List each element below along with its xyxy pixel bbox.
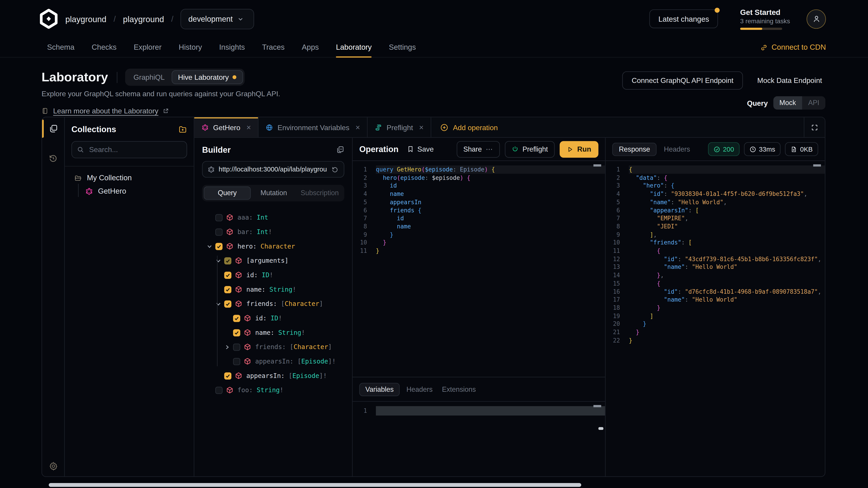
line-number: 3 [606,182,620,190]
play-icon [567,146,573,152]
fullscreen-button[interactable] [804,117,825,137]
field-checkbox[interactable] [215,242,223,250]
collections-search[interactable] [71,141,187,158]
operation-panel: Operation Save Share ⋯ [352,138,606,477]
response-editor[interactable]: 1{ 2 "data": { 3 "hero": { 4 "id": "9303… [606,161,825,477]
sub-tab-headers[interactable]: Headers [406,385,433,393]
user-avatar[interactable] [807,9,826,29]
nav-tab-schema[interactable]: Schema [47,38,74,57]
op-type-query[interactable]: Query [204,186,251,200]
operation-tab-gethero[interactable]: GetHero× [194,117,259,137]
field-row-id[interactable]: id:ID! [202,311,344,325]
nav-tab-laboratory[interactable]: Laboratory [336,38,372,57]
nav-tab-settings[interactable]: Settings [389,38,416,57]
connect-cdn-link[interactable]: Connect to CDN [760,43,826,52]
sub-tab-variables[interactable]: Variables [359,383,400,396]
get-started-subtitle: 3 remaining tasks [740,18,783,24]
field-row--arguments-[interactable]: [arguments] [202,254,344,268]
new-collection-button[interactable] [178,125,187,133]
run-button[interactable]: Run [559,141,598,157]
endpoint-url-field[interactable]: http://localhost:3000/api/lab/playground [202,161,344,177]
latest-changes-button[interactable]: Latest changes [650,9,718,28]
search-input[interactable] [88,145,182,155]
copy-icon[interactable] [336,145,344,154]
settings-rail-button[interactable] [42,461,64,471]
field-checkbox[interactable] [224,300,231,307]
field-row-friends[interactable]: friends:[Character] [202,340,344,354]
connect-endpoint-button[interactable]: Connect GraphQL API Endpoint [622,71,743,90]
sub-tab-extensions[interactable]: Extensions [442,385,476,393]
nav-tab-apps[interactable]: Apps [302,38,319,57]
target-select[interactable]: development [181,8,254,29]
field-checkbox[interactable] [224,372,231,379]
field-row-friends[interactable]: friends:[Character] [202,297,344,311]
collection-folder[interactable]: My Collection [71,174,187,182]
nav-tab-traces[interactable]: Traces [262,38,285,57]
mode-api[interactable]: API [802,96,825,109]
field-name: aaa: [238,214,253,221]
chevron-right-icon[interactable] [224,344,231,350]
chevron-down-icon[interactable] [215,258,223,264]
nav-tab-checks[interactable]: Checks [92,38,116,57]
field-checkbox[interactable] [215,228,223,235]
scrollbar-thumb[interactable] [598,427,603,430]
field-checkbox[interactable] [224,271,231,279]
field-checkbox[interactable] [233,315,240,322]
field-name: foo: [238,386,253,394]
add-operation-button[interactable]: Add operation [431,117,506,137]
field-row-foo[interactable]: foo:String! [202,383,344,397]
breadcrumb-org[interactable]: playground [65,14,106,24]
more-options-icon: ⋯ [486,145,493,153]
field-row-appearsin[interactable]: appearsIn:[Episode]! [202,354,344,368]
breadcrumb-project[interactable]: playground [123,14,164,24]
mock-endpoint-button[interactable]: Mock Data Endpoint [754,76,825,86]
variables-editor[interactable]: 1 [352,402,605,477]
save-button[interactable]: Save [407,145,434,153]
field-checkbox[interactable] [233,329,240,336]
top-bar: playground / playground / development La… [0,0,868,38]
cube-icon [235,372,242,380]
nav-tab-explorer[interactable]: Explorer [134,38,162,57]
close-icon[interactable]: × [419,123,424,132]
collections-rail-button[interactable] [42,117,64,139]
chevron-down-icon[interactable] [215,301,223,307]
op-type-subscription[interactable]: Subscription [297,186,343,200]
toggle-graphiql[interactable]: GraphiQL [127,70,171,84]
collection-operation-gethero[interactable]: GetHero [85,187,187,195]
query-editor[interactable]: 1query GetHero($episode: Episode) { 2 he… [352,161,605,378]
get-started-widget[interactable]: Get Started 3 remaining tasks [740,8,783,30]
line-number: 8 [606,222,620,230]
toggle-hive-laboratory[interactable]: Hive Laboratory [171,70,243,84]
horizontal-scrollbar[interactable] [49,483,581,487]
op-type-mutation[interactable]: Mutation [251,186,297,200]
field-row-appearsin[interactable]: appearsIn:[Episode]! [202,368,344,383]
share-button[interactable]: Share ⋯ [457,141,500,157]
field-checkbox[interactable] [215,214,223,221]
field-checkbox[interactable] [215,387,223,394]
preflight-button[interactable]: Preflight [505,141,555,157]
hive-logo-icon[interactable] [39,9,59,29]
history-rail-button[interactable] [42,147,64,169]
refresh-icon[interactable] [331,165,339,173]
response-tab-headers[interactable]: Headers [664,145,690,153]
field-checkbox[interactable] [233,344,240,351]
nav-tab-insights[interactable]: Insights [219,38,245,57]
response-tab-response[interactable]: Response [612,142,657,156]
field-row-name[interactable]: name:String! [202,282,344,297]
mode-mock[interactable]: Mock [773,96,802,109]
learn-more-link[interactable]: Learn more about the Laboratory [53,107,158,115]
field-row-name[interactable]: name:String! [202,325,344,340]
field-row-hero[interactable]: hero:Character [202,239,344,254]
chevron-down-icon[interactable] [206,243,214,249]
field-checkbox[interactable] [224,286,231,293]
operation-tab-preflight[interactable]: Preflight× [368,117,431,137]
close-icon[interactable]: × [355,123,360,132]
nav-tab-history[interactable]: History [179,38,202,57]
close-icon[interactable]: × [246,123,251,132]
field-row-id[interactable]: id:ID! [202,268,344,282]
field-checkbox[interactable] [233,358,240,365]
field-checkbox[interactable] [224,257,231,264]
operation-tab-environment-variables[interactable]: Environment Variables× [258,117,368,137]
field-row-aaa[interactable]: aaa:Int [202,210,344,225]
field-row-bar[interactable]: bar:Int! [202,225,344,239]
